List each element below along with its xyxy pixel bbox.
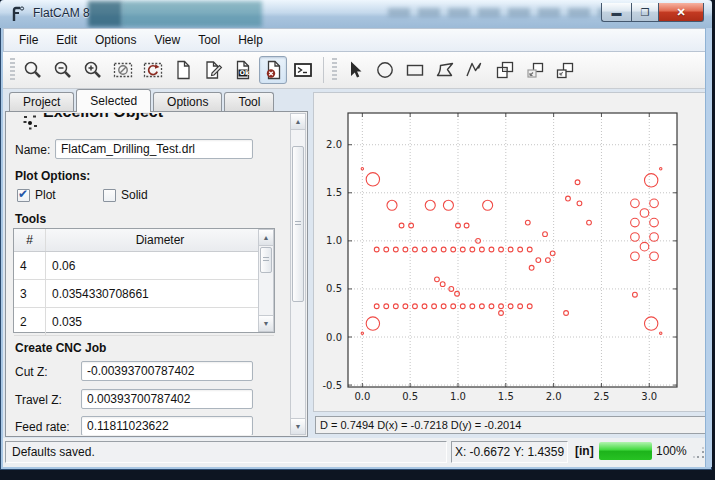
- scroll-thumb[interactable]: [260, 247, 272, 273]
- scroll-up-arrow[interactable]: ▲: [291, 114, 305, 130]
- progress-fill: [599, 442, 652, 460]
- tab-options[interactable]: Options: [153, 92, 222, 112]
- tab-selected[interactable]: Selected: [76, 89, 151, 112]
- table-header: # Diameter: [14, 229, 274, 252]
- tool-number-cell[interactable]: 4: [14, 252, 46, 279]
- menu-item-options[interactable]: Options: [86, 30, 145, 50]
- new-file-button[interactable]: [169, 56, 197, 84]
- zoom-fit-button[interactable]: [19, 56, 47, 84]
- resize-grip[interactable]: [693, 447, 705, 459]
- delete-object-button[interactable]: [259, 56, 287, 84]
- title-bar[interactable]: FlatCAM 8 ▬ ❐ ✕: [0, 0, 712, 28]
- zoom-fit-icon: [22, 59, 44, 81]
- new-file-icon: [172, 59, 194, 81]
- polyline-tool-icon: [464, 59, 486, 81]
- draw-rectangle-button[interactable]: [401, 56, 429, 84]
- replot-button[interactable]: [139, 56, 167, 84]
- pointer-select-button[interactable]: [341, 56, 369, 84]
- travel-z-label: Travel Z:: [15, 393, 62, 407]
- svg-text:1.5: 1.5: [326, 187, 342, 198]
- menu-item-view[interactable]: View: [145, 30, 189, 50]
- drill-object-icon: [21, 113, 39, 131]
- units-label: [in]: [575, 444, 594, 458]
- save-ok-button[interactable]: Ok: [229, 56, 257, 84]
- travel-z-input[interactable]: [81, 389, 253, 409]
- table-scrollbar[interactable]: ▲ ▼: [258, 229, 274, 332]
- polygon-tool-icon: [434, 59, 456, 81]
- maximize-button[interactable]: ❐: [631, 3, 659, 22]
- scroll-up-arrow[interactable]: ▲: [259, 230, 273, 246]
- svg-text:2.5: 2.5: [593, 391, 609, 402]
- delete-object-icon: [262, 59, 284, 81]
- svg-text:3.0: 3.0: [641, 391, 657, 402]
- svg-text:0.5: 0.5: [326, 283, 342, 294]
- plot-svg[interactable]: 0.00.51.01.52.02.53.0-0.50.00.51.01.52.0: [314, 93, 708, 411]
- union-button[interactable]: [491, 56, 519, 84]
- draw-polygon-button[interactable]: [431, 56, 459, 84]
- toolbar-grip[interactable]: [332, 58, 337, 82]
- tool-number-cell[interactable]: 3: [14, 280, 46, 307]
- menu-item-edit[interactable]: Edit: [47, 30, 86, 50]
- menu-item-help[interactable]: Help: [229, 30, 272, 50]
- solid-checkbox[interactable]: Solid: [103, 188, 148, 202]
- union-icon: [494, 59, 516, 81]
- zoom-out-button[interactable]: [49, 56, 77, 84]
- copy-object-button[interactable]: [521, 56, 549, 84]
- menu-item-file[interactable]: File: [10, 30, 47, 50]
- column-header-diameter[interactable]: Diameter: [46, 229, 274, 251]
- menu-item-tool[interactable]: Tool: [189, 30, 229, 50]
- table-row[interactable]: 4 0.06: [14, 252, 274, 280]
- scroll-down-arrow[interactable]: ▼: [291, 418, 305, 434]
- draw-polyline-button[interactable]: [461, 56, 489, 84]
- tool-diameter-cell[interactable]: 0.06: [46, 252, 274, 279]
- table-row[interactable]: 2 0.035: [14, 308, 274, 336]
- cut-z-input[interactable]: [81, 361, 253, 381]
- svg-text:Ok: Ok: [240, 69, 251, 77]
- close-button[interactable]: ✕: [659, 3, 704, 22]
- svg-text:2.0: 2.0: [546, 391, 562, 402]
- tool-diameter-cell[interactable]: 0.035: [46, 308, 274, 335]
- tab-project[interactable]: Project: [9, 92, 74, 112]
- table-row[interactable]: 3 0.0354330708661: [14, 280, 274, 308]
- draw-circle-button[interactable]: [371, 56, 399, 84]
- window-right-border: [705, 28, 712, 467]
- clear-plot-button[interactable]: [109, 56, 137, 84]
- copy-icon: [524, 59, 546, 81]
- circle-tool-icon: [374, 59, 396, 81]
- pointer-icon: [344, 59, 366, 81]
- svg-text:1.0: 1.0: [450, 391, 466, 402]
- minimize-button[interactable]: ▬: [601, 3, 631, 22]
- replot-icon: [142, 59, 164, 81]
- column-header-number[interactable]: #: [14, 229, 46, 251]
- svg-text:0.5: 0.5: [402, 391, 418, 402]
- selected-panel: Excellon Object Name: Plot Options: Plot…: [5, 111, 308, 437]
- toolbar: Ok: [3, 52, 709, 89]
- panel-scrollbar[interactable]: ▲ ▼: [290, 113, 306, 435]
- plot-checkbox[interactable]: Plot: [17, 188, 56, 202]
- move-object-button[interactable]: [551, 56, 579, 84]
- shell-button[interactable]: [289, 56, 317, 84]
- tool-number-cell[interactable]: 2: [14, 308, 46, 335]
- tab-bar: Project Selected Options Tool: [9, 90, 276, 112]
- titlebar-ghost: [88, 1, 122, 27]
- menu-bar: File Edit Options View Tool Help: [3, 28, 709, 52]
- scroll-thumb[interactable]: [292, 146, 304, 302]
- flatcam-logo-icon: [9, 5, 27, 23]
- plot-panel[interactable]: 0.00.51.01.52.02.53.0-0.50.00.51.01.52.0: [313, 92, 709, 412]
- coordinates-box: X: -0.6672 Y: 1.4359: [451, 441, 568, 463]
- zoom-in-button[interactable]: [79, 56, 107, 84]
- toolbar-grip[interactable]: [10, 58, 15, 82]
- name-input[interactable]: [55, 139, 253, 159]
- name-label: Name:: [15, 143, 50, 157]
- open-file-button[interactable]: [199, 56, 227, 84]
- scroll-down-arrow[interactable]: ▼: [259, 315, 273, 331]
- app-window: FlatCAM 8 ▬ ❐ ✕ File Edit Options View T…: [0, 0, 712, 470]
- svg-text:0.0: 0.0: [354, 391, 370, 402]
- svg-text:-0.5: -0.5: [322, 380, 342, 391]
- save-ok-icon: Ok: [232, 59, 254, 81]
- tool-diameter-cell[interactable]: 0.0354330708661: [46, 280, 274, 307]
- tab-tool[interactable]: Tool: [224, 92, 274, 112]
- feed-rate-input[interactable]: [81, 416, 253, 435]
- zoom-out-icon: [52, 59, 74, 81]
- client-area: Project Selected Options Tool Excellon O…: [3, 89, 709, 467]
